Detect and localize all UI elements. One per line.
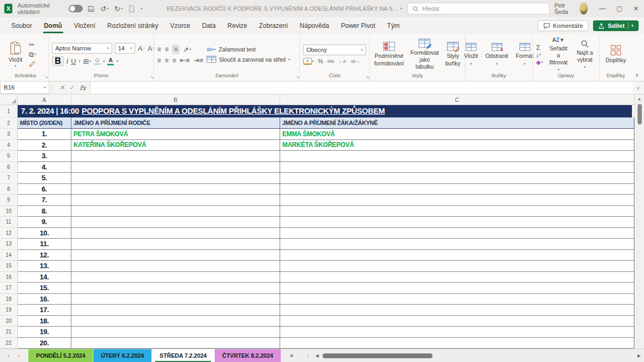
ribbon-tab-data[interactable]: Data [196,17,221,34]
column-header-a[interactable]: A [18,94,71,105]
percent-style-icon[interactable]: % [318,58,323,64]
decrease-indent-icon[interactable]: ⇤≡ [180,57,189,64]
alignment-dialog-launcher-icon[interactable]: ↘ [296,75,299,79]
row-header-3[interactable]: 3 [0,129,18,140]
paste-button[interactable]: Vložit ▾ [5,40,26,69]
maximize-button[interactable]: ▢ [617,5,623,12]
search-input[interactable]: Hledat [407,3,550,14]
row-header-9[interactable]: 9 [0,195,18,206]
cell-slot[interactable]: 4. [18,162,71,173]
new-sheet-button[interactable]: + [281,349,303,362]
cell-parent[interactable] [71,162,280,173]
cell-student[interactable]: MARKÉTA ŠKOŘEPOVÁ [280,140,634,151]
cell-slot[interactable]: 3. [18,151,71,162]
cell-slot[interactable]: 10. [18,228,71,239]
comments-button[interactable]: Komentáře [538,20,589,31]
scroll-right-icon[interactable]: ▶ [638,353,641,358]
sensitivity-icon[interactable] [128,5,135,12]
cell-slot[interactable]: 15. [18,283,71,294]
row-header-1[interactable]: 1 [0,105,18,117]
expand-formula-bar-icon[interactable]: ∨ [632,82,644,94]
increase-indent-icon[interactable]: ⇥≡ [194,57,203,64]
clipboard-dialog-launcher-icon[interactable]: ↘ [45,75,48,79]
cell-slot[interactable]: 19. [18,327,71,338]
next-sheet-icon[interactable]: › [18,352,20,359]
row-header-13[interactable]: 13 [0,239,18,250]
ribbon-tab-zobrazení[interactable]: Zobrazení [253,17,294,34]
cell-student[interactable] [280,272,634,283]
cell-slot[interactable]: 18. [18,316,71,327]
cell-slot[interactable]: 5. [18,173,71,184]
ribbon-tab-vzorce[interactable]: Vzorce [164,17,196,34]
cell-slot[interactable]: 9. [18,217,71,228]
fill-down-icon[interactable]: ⤓▾ [536,53,543,58]
cell-slot[interactable]: 7. [18,195,71,206]
select-all-corner[interactable] [0,94,18,105]
insert-cells-button[interactable]: ← Vložit▾ [462,43,480,65]
cell-student[interactable] [280,217,634,228]
cell-student[interactable] [280,206,634,217]
cell-parent[interactable] [71,261,280,272]
addins-button[interactable]: Doplňky [604,45,628,64]
column-header-b[interactable]: B [71,94,280,105]
row-header-15[interactable]: 15 [0,261,18,272]
clear-icon[interactable]: ◆▾ [536,60,543,65]
cell-student[interactable] [280,338,634,349]
formula-input[interactable] [91,82,632,94]
ribbon-tab-soubor[interactable]: Soubor [5,17,38,34]
comma-style-icon[interactable]: 000 [327,59,334,64]
orientation-icon[interactable]: ⇗▾ [183,46,191,53]
ribbon-tab-vložení[interactable]: Vložení [68,17,101,34]
cell-header-slot[interactable]: MÍSTO (20/DEN) [18,117,71,129]
cell-parent[interactable]: KATEŘINA ŠKOŘEPOVÁ [71,140,280,151]
cut-icon[interactable]: ✂ [29,41,36,48]
cancel-entry-icon[interactable]: ✕ [60,84,65,91]
cell-slot[interactable]: 16. [18,294,71,305]
scroll-left-icon[interactable]: ◀ [316,353,319,358]
document-title[interactable]: REZERVACE RODIČŮ K PODPOŘE S VYPLNĚNÍM A… [167,5,402,12]
cell-parent[interactable] [71,195,280,206]
row-header-20[interactable]: 20 [0,316,18,327]
align-right-icon[interactable]: ≡ [172,57,176,64]
format-as-table-button[interactable]: 🖉 Formátovat jako tabulku [408,39,441,70]
cell-slot[interactable]: 8. [18,206,71,217]
ribbon-tab-rozložení-stránky[interactable]: Rozložení stránky [101,17,164,34]
row-header-7[interactable]: 7 [0,173,18,184]
cell-student[interactable] [280,316,634,327]
format-painter-icon[interactable]: 🖉 [29,61,36,68]
cell-parent[interactable] [71,250,280,261]
formula-bar-grip[interactable]: ⋮ [49,82,56,94]
insert-function-icon[interactable]: fx [79,84,85,92]
row-header-4[interactable]: 4 [0,140,18,151]
underline-button[interactable]: U [71,58,76,65]
font-color-icon[interactable]: A [107,57,114,65]
cell-parent[interactable] [71,151,280,162]
cell-student[interactable] [280,151,634,162]
cell-slot[interactable]: 13. [18,261,71,272]
cell-parent[interactable] [71,217,280,228]
cell-slot[interactable]: 20. [18,338,71,349]
row-header-11[interactable]: 11 [0,217,18,228]
tab-splitter-icon[interactable]: ⋮ [306,353,311,358]
row-header-10[interactable]: 10 [0,206,18,217]
cell-parent[interactable] [71,283,280,294]
cell-student[interactable] [280,195,634,206]
decrease-decimal-icon[interactable]: .00→ [350,59,360,64]
row-header-2[interactable]: 2 [0,117,18,129]
bold-button[interactable]: B [52,56,64,66]
sheet-tab-pondělí-5-2-2024[interactable]: PONDĚLÍ 5.2.2024 [28,349,93,362]
align-bottom-icon[interactable]: ≡ [172,45,179,54]
cell-student[interactable] [280,162,634,173]
italic-button[interactable]: I [67,58,69,65]
merge-center-button[interactable]: Sloučit a zarovnat na střed ▾ [207,56,290,63]
cell-slot[interactable]: 6. [18,184,71,195]
cell-parent[interactable] [71,294,280,305]
cell-title[interactable]: 7. 2. 2024 | 16:00 PODPORA S VYPLNĚNÍM A… [18,105,632,117]
share-chevron-icon[interactable]: ▾ [632,24,633,28]
cell-parent[interactable] [71,239,280,250]
vertical-scrollbar[interactable]: ▲ [634,94,644,349]
autosum-icon[interactable]: Σ [536,44,543,51]
row-header-18[interactable]: 18 [0,294,18,305]
cell-student[interactable] [280,261,634,272]
ribbon-tab-nápověda[interactable]: Nápověda [294,17,335,34]
